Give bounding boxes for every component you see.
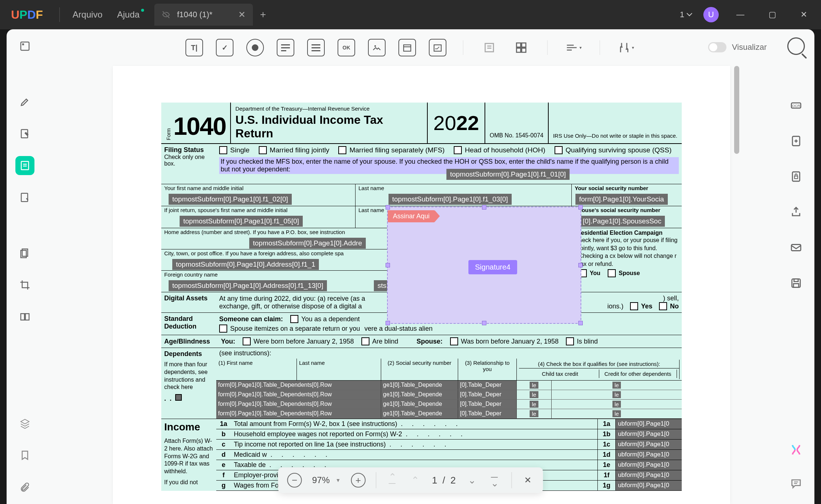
recognize-tool[interactable]: [512, 38, 531, 57]
zoom-out-button[interactable]: −: [287, 473, 302, 488]
next-page-button[interactable]: ⌄: [466, 475, 478, 486]
dep-rel-field[interactable]: [0].Table_Deper: [458, 390, 517, 399]
dep-other-check[interactable]: le: [552, 381, 682, 390]
save-button[interactable]: [787, 274, 806, 293]
vertical-scrollbar[interactable]: [734, 66, 739, 154]
dep-ctc-check[interactable]: le: [517, 390, 552, 399]
pages-button[interactable]: [15, 244, 34, 263]
dep-other-check[interactable]: le: [552, 409, 682, 418]
field-f1-03[interactable]: topmostSubform[0].Page1[0].f1_03[0]: [389, 194, 512, 205]
single-checkbox[interactable]: Single: [219, 146, 250, 154]
dep-ssn-field[interactable]: ge1[0].Table_Depende: [381, 381, 458, 390]
mfj-checkbox[interactable]: Married filing jointly: [259, 146, 329, 154]
organize-button[interactable]: [15, 188, 34, 207]
dep-ctc-check[interactable]: le: [517, 381, 552, 390]
highlighter-button[interactable]: [15, 92, 34, 111]
dep-ssn-field[interactable]: ge1[0].Table_Depende: [381, 390, 458, 399]
date-tool[interactable]: [398, 39, 416, 56]
field-sts[interactable]: sts: [374, 280, 389, 291]
qss-checkbox[interactable]: Qualifying surviving spouse (QSS): [555, 146, 671, 154]
close-zoombar-button[interactable]: ✕: [522, 475, 534, 485]
menu-file[interactable]: Arquivo: [65, 10, 110, 20]
hoh-checkbox[interactable]: Head of household (HOH): [454, 146, 545, 154]
convert-button[interactable]: [787, 131, 806, 151]
zoom-value[interactable]: 97%▼: [312, 475, 341, 485]
signature-tool[interactable]: [429, 39, 446, 56]
line-amount-field[interactable]: ubform[0].Page1[0: [616, 481, 682, 490]
line-amount-field[interactable]: ubform[0].Page1[0: [616, 429, 682, 439]
textfield-tool[interactable]: T|: [185, 39, 203, 56]
dep-other-check[interactable]: le: [552, 390, 682, 399]
crop-button[interactable]: [15, 275, 34, 294]
radio-tool[interactable]: [246, 39, 264, 56]
line-amount-field[interactable]: ubform[0].Page1[0: [616, 450, 682, 460]
dep-name-field[interactable]: form[0].Page1[0].Table_Dependents[0].Row: [216, 400, 381, 409]
dep-name-field[interactable]: form[0].Page1[0].Table_Dependents[0].Row: [216, 409, 381, 418]
tools-tool[interactable]: ▾: [616, 38, 636, 57]
field-f1-13[interactable]: topmostSubform[0].Page1[0].Address[0].f1…: [169, 280, 327, 291]
mfs-checkbox[interactable]: Married filing separately (MFS): [338, 146, 445, 154]
field-city[interactable]: topmostSubform[0].Page1[0].Address[0].f1…: [172, 259, 319, 270]
thumbnails-button[interactable]: [15, 37, 34, 56]
attachment-button[interactable]: [15, 478, 34, 497]
yes-checkbox[interactable]: Yes: [630, 302, 652, 310]
first-page-button[interactable]: ⌃─: [386, 471, 399, 489]
no-checkbox[interactable]: No: [659, 302, 679, 310]
document-tab[interactable]: f1040 (1)* ✕: [154, 4, 253, 26]
itemize-checkbox[interactable]: Spouse itemizes on a separate return or …: [219, 325, 360, 333]
sign-here-tag[interactable]: Assinar Aqui: [388, 210, 435, 222]
edit-button[interactable]: [15, 124, 34, 143]
pdf-canvas[interactable]: Form 1040 Department of the Treasury—Int…: [113, 66, 730, 504]
field-addr[interactable]: topmostSubform[0].Page1[0].Addre: [249, 238, 366, 249]
listbox-tool[interactable]: [307, 39, 325, 56]
dep-ctc-check[interactable]: le: [517, 409, 552, 418]
email-button[interactable]: [787, 238, 806, 257]
line-amount-field[interactable]: ubform[0].Page1[0: [616, 460, 682, 470]
comment-button[interactable]: [787, 474, 806, 493]
preview-toggle[interactable]: Visualizar: [708, 42, 767, 52]
close-icon[interactable]: ✕: [238, 10, 246, 20]
field-order-tool[interactable]: [480, 38, 499, 57]
search-button[interactable]: [787, 37, 806, 56]
dep-rel-field[interactable]: [0].Table_Deper: [458, 400, 517, 409]
dep-name-field[interactable]: form[0].Page1[0].Table_Dependents[0].Row: [216, 390, 381, 399]
dep-rel-field[interactable]: [0].Table_Deper: [458, 409, 517, 418]
protect-button[interactable]: [787, 167, 806, 186]
count-dropdown[interactable]: 1: [680, 10, 692, 19]
form-button[interactable]: [15, 156, 34, 175]
toggle-switch[interactable]: [708, 42, 726, 52]
ai-button[interactable]: [787, 440, 806, 459]
field-f1-02[interactable]: topmostSubform[0].Page1[0].f1_02[0]: [169, 194, 292, 205]
minimize-button[interactable]: —: [730, 6, 751, 23]
line-amount-field[interactable]: ubform[0].Page1[0: [616, 440, 682, 449]
maximize-button[interactable]: ▢: [762, 6, 783, 23]
dropdown-tool[interactable]: [277, 39, 294, 56]
pec-you-checkbox[interactable]: You: [579, 269, 600, 277]
spouse-born-checkbox[interactable]: Was born before January 2, 1958: [450, 337, 559, 345]
layers-button[interactable]: [15, 414, 34, 433]
dep-other-check[interactable]: le: [552, 400, 682, 409]
dep-rel-field[interactable]: [0].Table_Deper: [458, 381, 517, 390]
field-f1-05[interactable]: topmostSubform[0].Page1[0].f1_05[0]: [180, 216, 303, 227]
compare-button[interactable]: [15, 307, 34, 326]
dep-ssn-field[interactable]: ge1[0].Table_Depende: [381, 400, 458, 409]
share-button[interactable]: [787, 203, 806, 222]
bookmark-button[interactable]: [15, 446, 34, 465]
blind-checkbox[interactable]: Are blind: [361, 337, 398, 345]
spouse-blind-checkbox[interactable]: Is blind: [566, 337, 598, 345]
checkbox-tool[interactable]: ✓: [216, 39, 233, 56]
dep-ssn-field[interactable]: ge1[0].Table_Depende: [381, 409, 458, 418]
last-page-button[interactable]: ─⌄: [489, 471, 501, 489]
button-tool[interactable]: OK: [338, 39, 355, 56]
image-tool[interactable]: [368, 39, 386, 56]
close-button[interactable]: ✕: [794, 6, 814, 23]
ocr-button[interactable]: OCR: [787, 96, 806, 115]
zoom-in-button[interactable]: +: [351, 473, 365, 488]
prev-page-button[interactable]: ⌃: [409, 475, 421, 486]
dep-name-field[interactable]: form[0].Page1[0].Table_Dependents[0].Row: [216, 381, 381, 390]
field-yourssn[interactable]: form[0].Page1[0].YourSocia: [575, 194, 668, 205]
avatar[interactable]: U: [703, 7, 719, 22]
field-f1-01[interactable]: topmostSubform[0].Page1[0].f1_01[0]: [446, 169, 570, 180]
line-amount-field[interactable]: ubform[0].Page1[0: [616, 419, 682, 429]
dep-ctc-check[interactable]: le: [517, 400, 552, 409]
